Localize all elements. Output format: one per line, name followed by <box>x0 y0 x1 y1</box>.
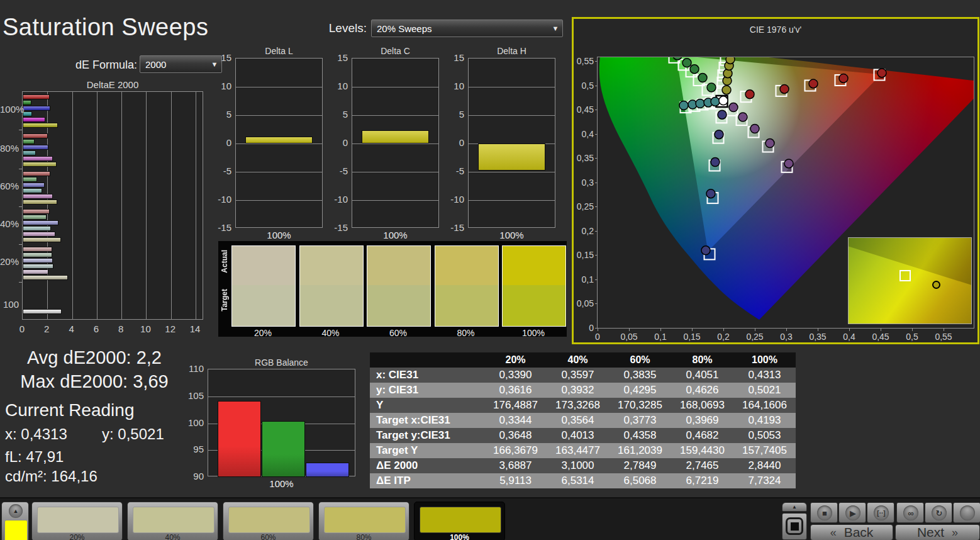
patch-button-60%[interactable]: 60% <box>223 502 314 540</box>
axis-tick <box>595 206 598 207</box>
cie-measured-point <box>715 130 723 139</box>
table-cell: 161,2039 <box>609 443 671 458</box>
axis-tick <box>598 329 598 331</box>
deltae-x-tick-label: 4 <box>65 323 78 334</box>
delta_l-plot-area <box>235 58 323 228</box>
rgb-y-tick-label: 90 <box>184 471 204 481</box>
rgb-y-tick-label: 105 <box>184 390 204 401</box>
stop-patch-button[interactable] <box>782 513 807 540</box>
cie-x-tick-label: 0 <box>586 332 609 342</box>
cie-x-tick-label: 0,3 <box>775 332 798 342</box>
cie-measured-point <box>809 79 818 88</box>
table-row: y: CIE310,36160,39320,42950,46260,5021 <box>370 383 796 398</box>
back-button[interactable]: «Back <box>810 524 893 540</box>
levels-value: 20% Sweeps <box>372 23 548 34</box>
deltae-bar-blue-100% <box>23 106 50 111</box>
panel-collapse-button[interactable]: ▲ <box>782 502 807 512</box>
deltae-group-label: 60% <box>0 181 19 191</box>
delta_h-y-tick-label: 0 <box>443 137 464 148</box>
rgb-y-tick-label: 95 <box>184 444 204 454</box>
table-cell: 6,7219 <box>671 473 733 488</box>
stop-icon: ■ <box>817 505 832 520</box>
table-row-label: y: CIE31 <box>370 383 484 398</box>
next-label: Next <box>917 525 944 540</box>
patch-swatch <box>324 507 406 533</box>
deltae-group-label: 80% <box>0 143 19 154</box>
gridline <box>352 200 438 201</box>
deltae-group-label: 100 <box>0 299 19 310</box>
deltae-x-tick-label: 2 <box>40 323 53 334</box>
cie-measured-point <box>690 65 699 74</box>
delta_c-title: Delta C <box>339 46 452 56</box>
media-button-loop-infinite[interactable]: ∞ <box>896 502 924 523</box>
fl-readout: fL: 47,91 <box>5 448 64 466</box>
deltae-bar-yellow-80% <box>23 162 57 167</box>
axis-tick <box>595 110 598 110</box>
cie-y-tick-label: 0,45 <box>574 104 594 115</box>
deltae-bar-cyan-80% <box>23 150 36 155</box>
delta_l-y-tick-label: 5 <box>210 109 231 120</box>
swatch-pair-80% <box>435 245 499 327</box>
patch-button-100%[interactable]: 100% <box>414 502 505 540</box>
deltae-bar-red-60% <box>23 171 50 176</box>
deltae-bar-magenta-100% <box>23 117 45 122</box>
axis-tick <box>944 329 944 331</box>
table-cell: 164,1606 <box>733 398 796 413</box>
table-cell: 163,4477 <box>547 443 609 458</box>
cie-measured-point <box>738 113 747 121</box>
patch-label: 40% <box>128 533 218 540</box>
delta_c-y-tick-label: -10 <box>326 194 348 205</box>
target-row-label: Target <box>220 289 229 312</box>
axis-tick <box>19 130 22 130</box>
media-button-blank[interactable] <box>953 502 980 523</box>
table-header-cell: 80% <box>671 352 733 368</box>
media-button-play[interactable]: ▶ <box>838 502 866 523</box>
delta_c-y-tick-label: 5 <box>326 109 348 120</box>
media-button-repeat[interactable]: ↻ <box>925 502 952 523</box>
patch-button-20%[interactable]: 20% <box>31 502 123 540</box>
table-cell: 0,5053 <box>733 428 796 443</box>
patch-button-80%[interactable]: 80% <box>318 502 409 540</box>
deltae-bar-cyan-60% <box>23 188 42 193</box>
cie-measured-point <box>707 83 716 92</box>
table-cell: 0,5021 <box>733 383 796 398</box>
table-row-label: Target Y <box>370 443 484 458</box>
cie-measured-point <box>706 189 715 198</box>
axis-tick <box>629 329 630 331</box>
current-x-readout: x: 0,4313 <box>5 425 67 443</box>
deltae-bar-blue-40% <box>23 220 58 225</box>
table-row-label: Target x:CIE31 <box>370 413 484 428</box>
actual-row-label: Actual <box>220 250 229 273</box>
deltae-bar-cyan-40% <box>23 226 51 231</box>
cie-x-tick-label: 0,45 <box>869 332 892 342</box>
media-button-stop[interactable]: ■ <box>810 502 838 523</box>
levels-dropdown[interactable]: 20% Sweeps ▼ <box>371 20 563 37</box>
deltae-chart-title: DeltaE 2000 <box>22 79 203 90</box>
swatch-column-label: 80% <box>435 328 498 338</box>
collapse-up-button[interactable]: ▲ <box>9 504 23 518</box>
axis-tick <box>19 169 22 169</box>
target-swatch-40% <box>300 285 363 326</box>
media-button-bracket-dot[interactable]: [··] <box>867 502 894 523</box>
delta_h-title: Delta H <box>455 46 568 56</box>
patch-swatch <box>420 507 501 533</box>
patch-button-40%[interactable]: 40% <box>127 502 218 540</box>
delta_c-bar <box>362 130 429 143</box>
next-button[interactable]: Next» <box>895 524 980 540</box>
cie-measured-point <box>877 69 886 77</box>
gridline <box>469 200 555 201</box>
delta_h-y-tick-label: 5 <box>443 109 464 120</box>
deltae-bar-cyan-20% <box>23 264 53 269</box>
cie-x-tick-label: 0,35 <box>806 332 829 342</box>
deltae-bar-green-100% <box>23 100 31 105</box>
target-swatch-100% <box>503 285 565 326</box>
table-cell: 0,3616 <box>484 383 547 398</box>
deltae-x-tick-label: 12 <box>164 323 177 334</box>
table-cell: 0,3773 <box>609 413 671 428</box>
gridline <box>196 92 196 319</box>
deltae-bar-green-60% <box>23 177 37 182</box>
deltae-x-tick-label: 14 <box>189 323 201 334</box>
cie-measured-point <box>722 86 731 94</box>
deltae-bar-green-20% <box>23 252 52 257</box>
actual-swatch-60% <box>367 246 430 285</box>
